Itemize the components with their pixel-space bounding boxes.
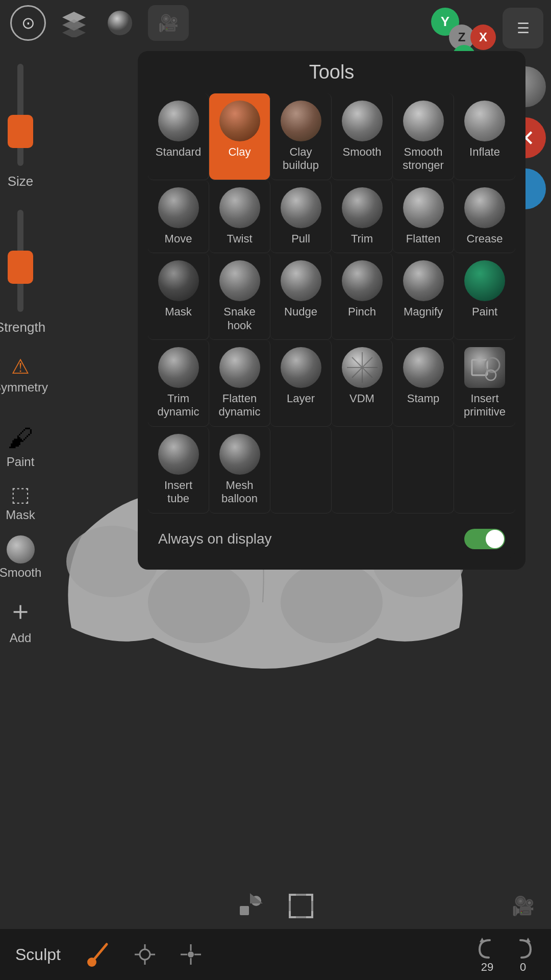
size-slider-thumb[interactable] [8, 115, 33, 148]
tool-label-paint: Paint [472, 305, 497, 318]
bottom-right-icons: 🎥 [505, 888, 541, 924]
tool-label-mask: Mask [165, 305, 192, 318]
video-icon[interactable]: 🎥 [505, 888, 541, 924]
symmetry-icon: ⚠ [11, 355, 30, 378]
tool-ball-clay [219, 101, 260, 141]
tool-ball-vdm [342, 347, 383, 388]
redo-button[interactable]: 0 [510, 935, 536, 974]
tool-ball-layer [281, 347, 321, 388]
tool-item-inflate[interactable]: Inflate [454, 93, 515, 180]
tool-item-clay[interactable]: Clay [209, 93, 270, 180]
tool-label-inflate: Inflate [469, 145, 500, 159]
tool-label-layer: Layer [287, 392, 315, 405]
tool-item-insert_tube[interactable]: Insert tube [148, 427, 209, 513]
tool-ball-clay_buildup [281, 101, 321, 141]
tool-label-standard: Standard [156, 145, 201, 159]
svg-point-21 [87, 958, 96, 967]
tool-label-nudge: Nudge [284, 305, 317, 318]
tool-ball-inflate [464, 101, 505, 141]
camera-button[interactable]: 🎥 [148, 5, 189, 41]
tool-item-move[interactable]: Move [148, 180, 209, 253]
top-bar: ⊙ 🎥 [0, 0, 551, 46]
tool-item-insert_primitive[interactable]: Insert primitive [454, 340, 515, 427]
tool-ball-flatten [403, 187, 444, 228]
tool-ball-magnify [403, 260, 444, 301]
svg-point-27 [188, 951, 194, 958]
sphere-icon[interactable] [102, 5, 138, 41]
transform-button[interactable] [173, 937, 209, 972]
tool-item-stamp[interactable]: Stamp [393, 340, 454, 427]
tool-item-layer[interactable]: Layer [270, 340, 332, 427]
tool-label-twist: Twist [227, 232, 252, 246]
tool-item-clay_buildup[interactable]: Clay buildup [270, 93, 332, 180]
tool-label-magnify: Magnify [404, 305, 443, 318]
tool-item-trim[interactable]: Trim [332, 180, 393, 253]
tool-item-pull[interactable]: Pull [270, 180, 332, 253]
tool-item-smooth[interactable]: Smooth [332, 93, 393, 180]
strength-slider-track[interactable] [17, 210, 23, 312]
tool-label-smooth: Smooth [343, 145, 382, 159]
svg-marker-18 [250, 893, 263, 903]
always-display-label: Always on display [158, 531, 272, 547]
add-label: Add [10, 631, 32, 645]
add-icon: ＋ [7, 593, 34, 629]
tool-item-crease[interactable]: Crease [454, 180, 515, 253]
svg-point-13 [281, 561, 383, 643]
tool-item-smooth_stronger[interactable]: Smooth stronger [393, 93, 454, 180]
tool-item-mask[interactable]: Mask [148, 253, 209, 340]
mesh-settings-button[interactable] [127, 937, 163, 972]
tool-label-pinch: Pinch [348, 305, 376, 318]
tool-ball-move [158, 187, 199, 228]
tool-item-empty [454, 427, 515, 513]
undo-count: 29 [481, 961, 493, 974]
tool-ball-nudge [281, 260, 321, 301]
tool-ball-flatten_dynamic [219, 347, 260, 388]
tool-ball-mask [158, 260, 199, 301]
tools-grid: StandardClayClay buildupSmoothSmooth str… [148, 93, 515, 513]
tool-item-snake_hook[interactable]: Snake hook [209, 253, 270, 340]
strength-label: Strength [0, 320, 45, 335]
tool-label-stamp: Stamp [407, 392, 440, 405]
tool-label-trim_dynamic: Trim dynamic [152, 392, 205, 419]
tool-label-insert_tube: Insert tube [152, 479, 205, 506]
always-display-toggle[interactable] [464, 529, 505, 549]
brush-tool-button[interactable] [81, 937, 117, 972]
tool-label-trim: Trim [351, 232, 373, 246]
primitives-icon[interactable] [232, 888, 268, 924]
size-label: Size [8, 174, 34, 189]
tools-panel: Tools StandardClayClay buildupSmoothSmoo… [138, 51, 525, 570]
tool-item-paint[interactable]: Paint [454, 253, 515, 340]
toggle-knob [486, 530, 504, 548]
svg-rect-16 [240, 906, 249, 915]
tool-item-nudge[interactable]: Nudge [270, 253, 332, 340]
tool-item-empty [332, 427, 393, 513]
tool-item-trim_dynamic[interactable]: Trim dynamic [148, 340, 209, 427]
tool-item-flatten[interactable]: Flatten [393, 180, 454, 253]
tool-ball-pinch [342, 260, 383, 301]
tool-item-mesh_balloon[interactable]: Mesh balloon [209, 427, 270, 513]
tool-label-pull: Pull [291, 232, 310, 246]
tool-label-mesh_balloon: Mesh balloon [213, 479, 266, 506]
record-button[interactable]: ⊙ [10, 5, 46, 41]
tool-ball-stamp [403, 347, 444, 388]
tool-label-snake_hook: Snake hook [213, 305, 266, 332]
tool-ball-trim_dynamic [158, 347, 199, 388]
undo-redo-group: 29 0 [474, 935, 536, 974]
tool-item-magnify[interactable]: Magnify [393, 253, 454, 340]
tool-item-twist[interactable]: Twist [209, 180, 270, 253]
size-slider-track[interactable] [17, 64, 23, 166]
strength-slider-thumb[interactable] [8, 251, 33, 284]
svg-point-22 [140, 949, 150, 960]
tool-item-vdm[interactable]: VDM [332, 340, 393, 427]
tool-ball-smooth_stronger [403, 101, 444, 141]
tool-item-standard[interactable]: Standard [148, 93, 209, 180]
layers-icon[interactable] [56, 5, 92, 41]
tool-item-pinch[interactable]: Pinch [332, 253, 393, 340]
tool-ball-insert_tube [158, 434, 199, 475]
undo-button[interactable]: 29 [474, 935, 500, 974]
tool-ball-pull [281, 187, 321, 228]
tool-item-flatten_dynamic[interactable]: Flatten dynamic [209, 340, 270, 427]
svg-rect-19 [290, 895, 312, 917]
tool-label-flatten: Flatten [406, 232, 440, 246]
fullscreen-icon[interactable] [283, 888, 319, 924]
